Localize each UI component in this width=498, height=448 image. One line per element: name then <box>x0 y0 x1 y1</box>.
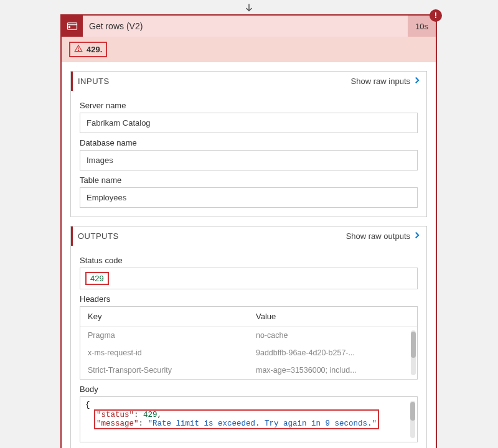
chevron-right-icon <box>414 231 420 241</box>
server-name-value: Fabrikam Catalog <box>80 113 418 133</box>
headers-body[interactable]: Pragma no-cache x-ms-request-id 9addbffb… <box>80 327 417 379</box>
server-name-label: Server name <box>80 101 418 110</box>
chevron-right-icon <box>414 77 420 86</box>
svg-point-3 <box>68 26 70 27</box>
body-box[interactable]: { "status": 429, "message": "Rate limit … <box>80 396 418 442</box>
headers-label: Headers <box>80 294 418 304</box>
action-title: Get rows (V2) <box>83 21 408 31</box>
database-name-value: Images <box>80 150 418 170</box>
table-name-value: Employees <box>80 187 418 208</box>
show-raw-inputs-link[interactable]: Show raw inputs <box>351 77 420 86</box>
status-code-value: 429 <box>85 272 109 285</box>
show-raw-outputs-label: Show raw outputs <box>346 231 410 241</box>
body-scrollbar[interactable] <box>410 401 415 438</box>
table-row: x-ms-request-id 9addbffb-96ae-4d20-b257-… <box>80 344 410 362</box>
status-code-label: Status code <box>80 256 418 265</box>
error-badge-icon: ! <box>430 9 442 22</box>
outputs-panel: OUTPUTS Show raw outputs Status code 429… <box>70 226 427 448</box>
database-name-label: Database name <box>80 138 418 147</box>
action-card: ! Get rows (V2) 10s <box>60 14 437 448</box>
headers-col-key: Key <box>88 312 256 321</box>
table-row: Pragma no-cache <box>80 327 410 344</box>
headers-table: Key Value Pragma no-cache x-ms-request-i… <box>80 306 418 380</box>
svg-rect-1 <box>68 23 77 30</box>
body-json-highlight: "status": 429, "message": "Rate limit is… <box>94 409 379 429</box>
table-row: Strict-Transport-Security max-age=315360… <box>80 362 410 379</box>
show-raw-outputs-link[interactable]: Show raw outputs <box>346 231 420 241</box>
outputs-title: OUTPUTS <box>78 231 119 241</box>
headers-col-value: Value <box>256 312 406 321</box>
table-name-label: Table name <box>80 175 418 185</box>
warning-icon <box>74 44 83 55</box>
inputs-panel: INPUTS Show raw inputs Server name Fabri… <box>70 71 427 217</box>
flow-arrow-icon <box>243 2 255 16</box>
error-code-text: 429. <box>87 45 102 54</box>
status-code-box: 429 <box>80 268 418 289</box>
card-header[interactable]: Get rows (V2) 10s <box>62 16 436 37</box>
svg-point-6 <box>78 50 78 50</box>
json-open-brace: { <box>85 401 412 409</box>
sql-icon <box>62 16 83 37</box>
body-label: Body <box>80 385 418 394</box>
error-banner: 429. <box>62 37 436 62</box>
error-code-pill: 429. <box>69 42 107 57</box>
headers-scrollbar[interactable] <box>411 330 416 375</box>
show-raw-inputs-label: Show raw inputs <box>351 77 410 86</box>
inputs-title: INPUTS <box>78 77 110 86</box>
